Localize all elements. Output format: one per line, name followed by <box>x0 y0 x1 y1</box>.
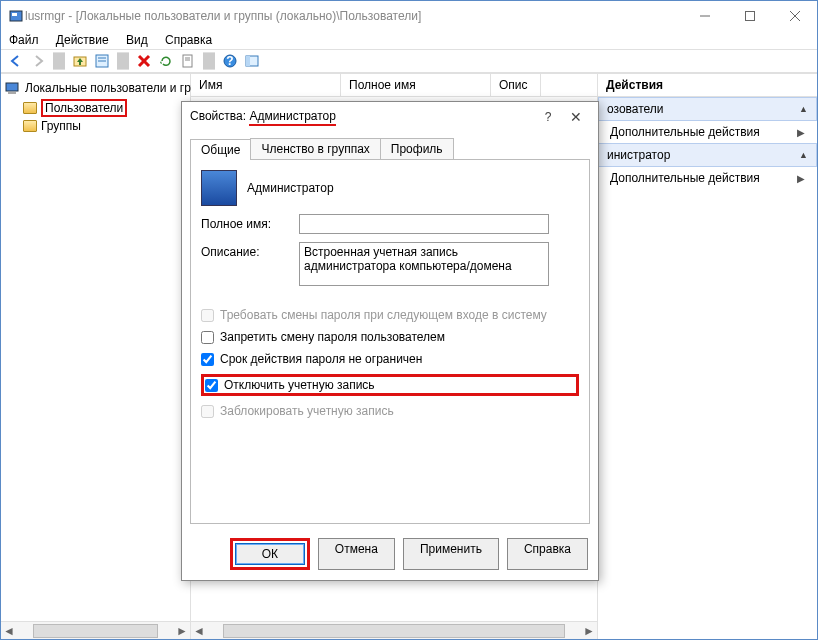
chevron-right-icon: ▶ <box>797 127 805 138</box>
tree-users[interactable]: Пользователи <box>21 98 188 118</box>
help-icon[interactable]: ? <box>221 52 239 70</box>
actions-section-users[interactable]: озователи ▲ <box>598 97 817 121</box>
actions-pane: Действия озователи ▲ Дополнительные дейс… <box>597 74 817 639</box>
dialog-help-button[interactable]: ? <box>534 110 562 124</box>
show-hide-icon[interactable] <box>243 52 261 70</box>
ok-button[interactable]: ОК <box>235 543 305 565</box>
checkbox-never-expire-label: Срок действия пароля не ограничен <box>220 352 422 366</box>
highlight-ok: ОК <box>230 538 310 570</box>
cancel-button[interactable]: Отмена <box>318 538 395 570</box>
dialog-tabs: Общие Членство в группах Профиль <box>182 132 598 159</box>
svg-rect-1 <box>12 13 17 16</box>
dialog-titlebar: Свойства: Администратор ? ✕ <box>182 102 598 132</box>
tree-pane: Локальные пользователи и гру Пользовател… <box>1 74 191 639</box>
close-button[interactable] <box>772 1 817 31</box>
actions-header: Действия <box>598 74 817 97</box>
checkbox-lock-account-label: Заблокировать учетную запись <box>220 404 394 418</box>
user-name-label: Администратор <box>247 181 334 195</box>
back-icon[interactable] <box>7 52 25 70</box>
svg-text:?: ? <box>226 54 233 68</box>
actions-more-label: Дополнительные действия <box>610 125 760 139</box>
actions-section-admin[interactable]: инистратор ▲ <box>598 143 817 167</box>
properties-icon[interactable] <box>93 52 111 70</box>
scroll-right-icon[interactable]: ► <box>581 624 597 638</box>
dialog-title-prefix: Свойства: <box>190 109 249 123</box>
menu-view[interactable]: Вид <box>126 33 148 47</box>
checkbox-lock-account: Заблокировать учетную запись <box>201 404 579 418</box>
toolbar: ? <box>1 49 817 73</box>
tree-groups-label: Группы <box>41 119 81 133</box>
scroll-thumb[interactable] <box>33 624 158 638</box>
description-label: Описание: <box>201 242 291 259</box>
dialog-buttons: ОК Отмена Применить Справка <box>182 532 598 580</box>
scroll-right-icon[interactable]: ► <box>174 624 190 638</box>
folder-icon <box>23 102 37 114</box>
actions-more-1[interactable]: Дополнительные действия ▶ <box>598 121 817 143</box>
svg-rect-19 <box>6 83 18 91</box>
scroll-left-icon[interactable]: ◄ <box>1 624 17 638</box>
checkbox-disable-account-box[interactable] <box>205 379 218 392</box>
checkbox-never-expire-box[interactable] <box>201 353 214 366</box>
actions-section-admin-label: инистратор <box>607 148 670 162</box>
actions-more-label: Дополнительные действия <box>610 171 760 185</box>
list-header: Имя Полное имя Опис <box>191 74 597 97</box>
highlight-disable-account: Отключить учетную запись <box>201 374 579 396</box>
app-icon <box>7 7 25 25</box>
menu-file[interactable]: Файл <box>9 33 39 47</box>
checkbox-disable-account[interactable]: Отключить учетную запись <box>205 378 375 392</box>
toolbar-separator <box>117 52 129 70</box>
titlebar: lusrmgr - [Локальные пользователи и груп… <box>1 1 817 31</box>
col-name[interactable]: Имя <box>191 74 341 96</box>
checkbox-no-change-box[interactable] <box>201 331 214 344</box>
computer-icon <box>5 79 21 97</box>
export-icon[interactable] <box>179 52 197 70</box>
dialog-close-button[interactable]: ✕ <box>562 109 590 125</box>
fullname-label: Полное имя: <box>201 214 291 231</box>
scroll-left-icon[interactable]: ◄ <box>191 624 207 638</box>
tree-groups[interactable]: Группы <box>21 118 188 134</box>
checkbox-never-expire[interactable]: Срок действия пароля не ограничен <box>201 352 579 366</box>
apply-button[interactable]: Применить <box>403 538 499 570</box>
actions-more-2[interactable]: Дополнительные действия ▶ <box>598 167 817 189</box>
tree-users-label: Пользователи <box>41 99 127 117</box>
checkbox-require-change-label: Требовать смены пароля при следующем вхо… <box>220 308 547 322</box>
list-scrollbar[interactable]: ◄ ► <box>191 621 597 639</box>
folder-icon <box>23 120 37 132</box>
svg-rect-3 <box>745 12 754 21</box>
checkbox-no-change-label: Запретить смену пароля пользователем <box>220 330 445 344</box>
minimize-button[interactable] <box>682 1 727 31</box>
dialog-title: Свойства: Администратор <box>190 109 534 126</box>
tree-root[interactable]: Локальные пользователи и гру <box>3 78 188 98</box>
menu-help[interactable]: Справка <box>165 33 212 47</box>
col-desc[interactable]: Опис <box>491 74 541 96</box>
refresh-icon[interactable] <box>157 52 175 70</box>
collapse-icon: ▲ <box>799 150 808 160</box>
checkbox-no-change[interactable]: Запретить смену пароля пользователем <box>201 330 579 344</box>
menu-action[interactable]: Действие <box>56 33 109 47</box>
checkbox-disable-account-label: Отключить учетную запись <box>224 378 375 392</box>
main-window: lusrmgr - [Локальные пользователи и груп… <box>0 0 818 640</box>
checkbox-lock-account-box <box>201 405 214 418</box>
scroll-thumb[interactable] <box>223 624 565 638</box>
delete-icon[interactable] <box>135 52 153 70</box>
svg-rect-20 <box>8 92 16 94</box>
description-row: Описание: Встроенная учетная запись адми… <box>201 242 579 286</box>
description-input[interactable]: Встроенная учетная запись администратора… <box>299 242 549 286</box>
forward-icon[interactable] <box>29 52 47 70</box>
tab-profile[interactable]: Профиль <box>380 138 454 159</box>
up-folder-icon[interactable] <box>71 52 89 70</box>
checkbox-require-change-box <box>201 309 214 322</box>
tree-scrollbar[interactable]: ◄ ► <box>1 621 190 639</box>
menubar: Файл Действие Вид Справка <box>1 31 817 49</box>
tab-general[interactable]: Общие <box>190 139 251 160</box>
fullname-input[interactable] <box>299 214 549 234</box>
svg-rect-18 <box>246 56 250 66</box>
chevron-right-icon: ▶ <box>797 173 805 184</box>
user-header: Администратор <box>201 170 579 206</box>
window-title: lusrmgr - [Локальные пользователи и груп… <box>25 9 682 23</box>
actions-section-users-label: озователи <box>607 102 664 116</box>
help-button[interactable]: Справка <box>507 538 588 570</box>
maximize-button[interactable] <box>727 1 772 31</box>
col-fullname[interactable]: Полное имя <box>341 74 491 96</box>
tab-membership[interactable]: Членство в группах <box>250 138 380 159</box>
